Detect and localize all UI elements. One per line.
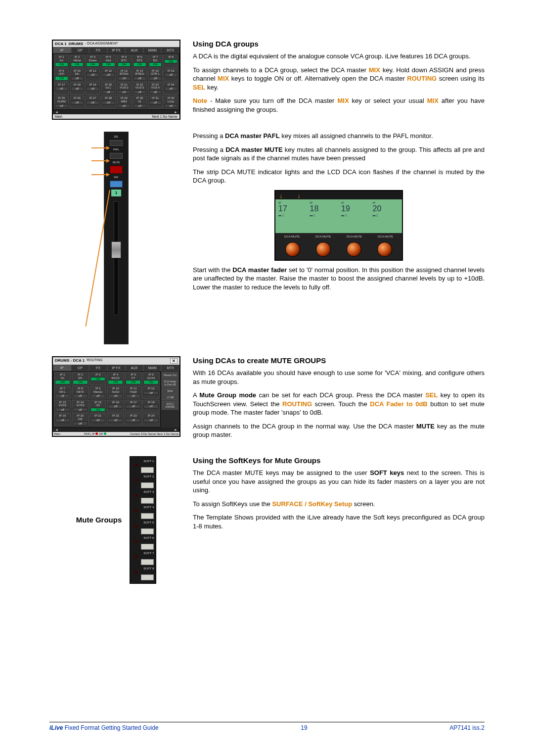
channel-cell[interactable]: IP 1KitON — [54, 54, 69, 68]
softkey-button[interactable] — [141, 513, 154, 519]
softkey-button[interactable] — [141, 544, 154, 550]
channel-cell[interactable]: IP 6DrOHON — [142, 372, 160, 385]
channel-cell[interactable]: IP 17off — [54, 82, 69, 95]
pafl-button[interactable] — [110, 153, 123, 159]
channel-cell[interactable]: IP 23VO3-4off — [148, 82, 163, 95]
channel-cell[interactable]: IP 17off — [125, 400, 142, 413]
channel-cell[interactable]: IP 6BT2ON — [132, 54, 147, 68]
close-icon[interactable]: ✕ — [170, 358, 178, 364]
sel-button[interactable] — [110, 140, 123, 146]
mix-button[interactable] — [110, 181, 123, 188]
softkey-button[interactable] — [141, 482, 154, 488]
channel-cell[interactable]: IP 19off — [85, 82, 100, 95]
channel-cell[interactable]: IP 15CDON — [89, 400, 107, 413]
channel-cell[interactable]: IP 14VOX3off — [72, 400, 89, 413]
channel-cell[interactable]: IP 25XLRMoff — [54, 95, 69, 109]
softkey-button[interactable] — [141, 498, 154, 504]
tab-mtx[interactable]: MTX — [161, 365, 179, 371]
channel-cell[interactable]: IP 10AcGtroff — [107, 386, 124, 399]
channel-cell[interactable]: IP 12off — [101, 68, 116, 82]
knob-icon[interactable] — [285, 242, 300, 257]
channel-cell[interactable]: IP 16off — [163, 68, 178, 82]
channel-cell[interactable]: IP 21off — [89, 413, 107, 426]
knob-icon[interactable] — [377, 242, 392, 257]
channel-cell[interactable]: IP 3SnareON — [85, 54, 100, 68]
channel-cell[interactable]: IP 27off — [85, 95, 100, 109]
channel-cell[interactable]: IP 18off — [142, 400, 160, 413]
channel-cell[interactable]: IP 18off — [70, 82, 85, 95]
channel-cell[interactable]: IP 12off — [142, 386, 160, 399]
tab-ipfx[interactable]: IP FX — [107, 365, 126, 371]
para-fader-start: Start with the DCA master fader set to '… — [193, 266, 485, 292]
channel-cell[interactable]: IP 16off — [107, 400, 124, 413]
tab-gp[interactable]: GP — [71, 47, 89, 53]
tab-ipfx[interactable]: IP FX — [107, 47, 126, 53]
side-button[interactable]: Reverb Out — [162, 372, 178, 378]
channel-cell[interactable]: IP 20DBoff — [72, 413, 89, 426]
tab-main[interactable]: MAIN — [143, 365, 162, 371]
channel-cell[interactable]: IP 23off — [125, 413, 142, 426]
channel-cell[interactable]: IP 11off — [85, 68, 100, 82]
channel-cell[interactable]: IP 31off — [148, 95, 163, 109]
channel-cell[interactable]: IP 5FTON — [125, 372, 142, 385]
channel-cell[interactable]: IP 8ON — [163, 54, 178, 68]
tab-mtx[interactable]: MTX — [161, 47, 179, 53]
softkey-button[interactable] — [141, 467, 154, 473]
channel-cell[interactable]: IP 15GTR Loff — [148, 68, 163, 82]
channel-cell[interactable]: IP 1KitON — [54, 372, 71, 385]
channel-cell[interactable]: IP 22off — [107, 413, 124, 426]
channel-cell[interactable]: IP 9HiTtON — [54, 68, 69, 82]
channel-cell[interactable]: IP 3ON — [89, 372, 107, 385]
channel-cell[interactable]: IP 19off — [54, 413, 71, 426]
channel-cell[interactable]: IP 22VO3-3off — [132, 82, 147, 95]
softkey-button[interactable] — [141, 574, 154, 580]
channel-cell[interactable]: IP 8KB Roff — [72, 386, 89, 399]
tab-main[interactable]: MAIN — [143, 47, 162, 53]
tab-ip[interactable]: IP — [53, 47, 71, 53]
channel-cell[interactable]: IP 20Vo Loff — [101, 82, 116, 95]
channel-cell[interactable]: IP 4RACKON — [107, 372, 124, 385]
channel-cell[interactable]: IP 10Dinoff — [70, 68, 85, 82]
channel-cell[interactable]: IP 30Moff — [132, 95, 147, 109]
channel-cell[interactable]: IP 11Fiddloff — [125, 386, 142, 399]
lcd-display: ↓↓ IP17▬ ▯IP18▬ ▯IP19▬ ▯IP20▬ ▯ DCA MUTE… — [274, 190, 403, 261]
softkey-button[interactable] — [141, 559, 154, 565]
channel-cell[interactable]: IP 14BTBGtoff — [132, 68, 147, 82]
fader-cap[interactable] — [111, 241, 121, 258]
channel-cell[interactable]: IP 24off — [163, 82, 178, 95]
tab-fx[interactable]: FX — [89, 365, 107, 371]
channel-cell[interactable]: IP 7KB Loff — [54, 386, 71, 399]
tab-aux[interactable]: AUX — [125, 47, 143, 53]
channel-cell[interactable]: IP 2HiHatON — [70, 54, 85, 68]
fader-track[interactable] — [114, 201, 119, 315]
side-button[interactable]: DCA Fader to Zero dB — [162, 378, 178, 387]
tab-gp[interactable]: GP — [71, 365, 89, 371]
led-icon — [135, 510, 137, 512]
channel-cell[interactable]: IP 13VOX2off — [54, 400, 71, 413]
channel-cell[interactable]: IP 5BT1ON — [117, 54, 132, 68]
channel-cell[interactable]: IP 29MB1off — [117, 95, 132, 109]
heading-softkeys: Using the SoftKeys for Mute Groups — [193, 456, 485, 465]
side-button[interactable]: DCA 1 DRUMS — [162, 401, 178, 410]
mute-button[interactable] — [110, 166, 123, 174]
side-button[interactable]: -2.7dB — [162, 394, 178, 400]
led-icon — [135, 464, 137, 466]
softkey-button[interactable] — [141, 528, 154, 534]
channel-cell[interactable]: IP 9Mandooff — [89, 386, 107, 399]
channel-cell[interactable]: IP 7BGON — [148, 54, 163, 68]
channel-cell[interactable]: IP 24off — [142, 413, 160, 426]
tab-aux[interactable]: AUX — [125, 365, 143, 371]
side-button[interactable]: Mute — [162, 388, 178, 394]
tab-ip[interactable]: IP — [53, 365, 71, 371]
channel-cell[interactable]: IP 4Vib1ON — [101, 54, 116, 68]
channel-cell[interactable]: IP 13BT2Gtoff — [117, 68, 132, 82]
knob-icon[interactable] — [347, 242, 361, 257]
channel-cell[interactable]: IP 32LGrpoff — [163, 95, 178, 109]
channel-cell[interactable]: IP 28off — [101, 95, 116, 109]
knob-icon[interactable] — [316, 242, 331, 257]
routing-table: DRUMS - DCA 1 ROUTING ✕ IPGPFXIP FXAUXMA… — [52, 356, 180, 437]
channel-cell[interactable]: IP 21VO3-2off — [117, 82, 132, 95]
channel-cell[interactable]: IP 2SNON — [72, 372, 89, 385]
channel-cell[interactable]: IP 26off — [70, 95, 85, 109]
tab-fx[interactable]: FX — [89, 47, 107, 53]
